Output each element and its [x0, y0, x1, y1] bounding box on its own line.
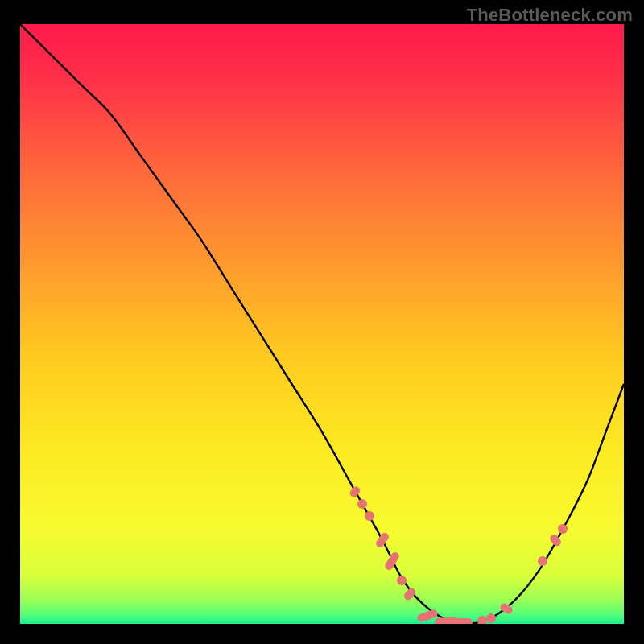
data-marker: [397, 576, 407, 585]
data-marker: [455, 617, 473, 624]
data-marker: [538, 556, 547, 566]
bottleneck-curve: [20, 24, 624, 624]
data-marker: [434, 617, 457, 624]
data-marker: [477, 616, 487, 624]
plot-area: [20, 24, 624, 624]
data-marker: [558, 524, 568, 534]
data-marker: [357, 499, 367, 509]
watermark-text: TheBottleneck.com: [467, 5, 633, 26]
chart-container: TheBottleneck.com: [0, 0, 644, 644]
data-marker: [486, 613, 496, 623]
data-marker: [365, 511, 374, 521]
